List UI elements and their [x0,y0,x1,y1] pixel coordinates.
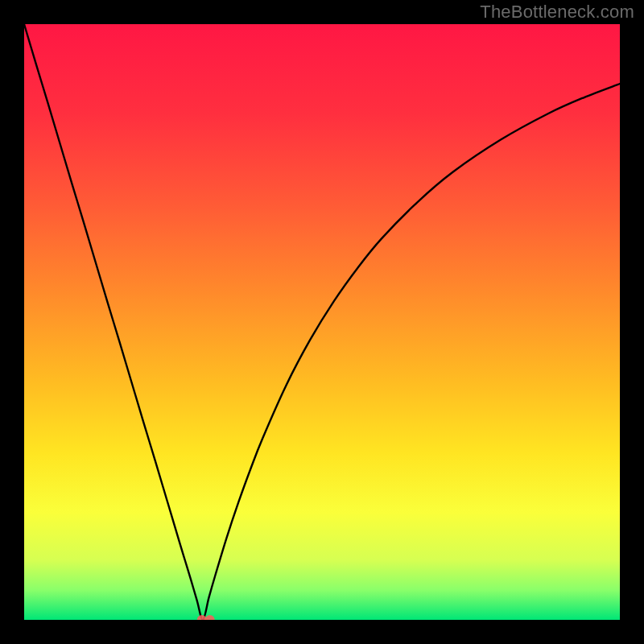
bottleneck-chart [24,24,620,620]
watermark-text: TheBottleneck.com [480,2,634,23]
plot-area [24,24,620,620]
chart-frame: TheBottleneck.com [0,0,644,644]
